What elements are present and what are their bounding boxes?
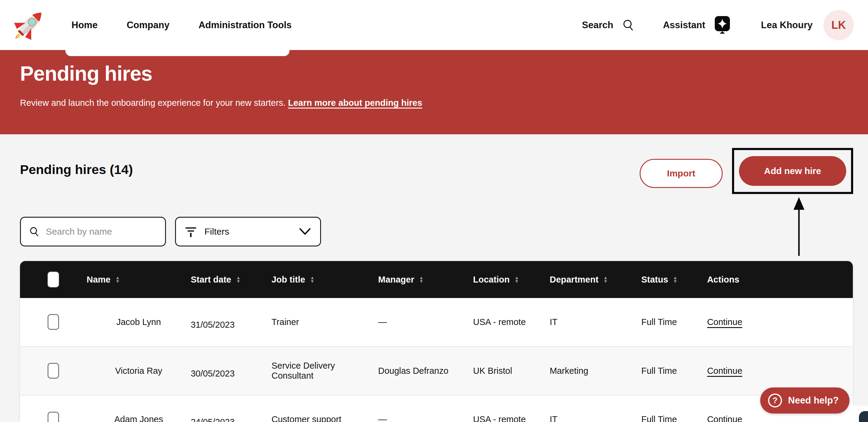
user-name[interactable]: Lea Khoury — [761, 20, 813, 31]
cell-status: Full Time — [641, 346, 707, 395]
sort-icon[interactable]: ▲▼ — [603, 276, 608, 283]
cell-location: USA - remote — [473, 395, 550, 422]
cell-department: IT — [550, 298, 641, 346]
filters-label: Filters — [205, 226, 291, 237]
cell-job-title: Trainer — [271, 298, 378, 346]
cell-job-title: Customer support — [271, 395, 378, 422]
need-help-button[interactable]: ? Need help? — [760, 388, 849, 414]
search-by-name-field — [20, 217, 166, 247]
select-all-checkbox[interactable] — [48, 272, 59, 287]
cell-name: Jacob Lynn — [87, 298, 191, 346]
column-header-department[interactable]: Department ▲▼ — [550, 261, 641, 298]
column-header-status[interactable]: Status ▲▼ — [641, 261, 707, 298]
nav-item-company[interactable]: Company — [127, 20, 169, 31]
cell-status: Full Time — [641, 395, 707, 422]
nav-search-label: Search — [582, 20, 613, 31]
nav-search-button[interactable]: Search — [582, 19, 635, 32]
sort-icon[interactable]: ▲▼ — [310, 276, 315, 283]
table-header-row: Name ▲▼ Start date ▲▼ Job title ▲▼ Manag… — [20, 261, 853, 298]
filter-icon — [185, 226, 196, 238]
nav-right-group: Search Assistant Lea Khoury LK — [582, 10, 854, 40]
nav-item-administration-tools[interactable]: Administration Tools — [198, 20, 292, 31]
page-banner: Pending hires Review and launch the onbo… — [0, 50, 868, 134]
cell-job-title: Service Delivery Consultant — [271, 346, 378, 395]
assistant-sparkle-icon — [714, 16, 731, 35]
column-header-job-title[interactable]: Job title ▲▼ — [271, 261, 378, 298]
import-button[interactable]: Import — [640, 159, 723, 188]
continue-link[interactable]: Continue — [707, 415, 742, 422]
table-row: Victoria Ray 30/05/2023 Service Delivery… — [20, 346, 853, 395]
need-help-label: Need help? — [788, 395, 839, 406]
banner-subtitle: Review and launch the onboarding experie… — [20, 98, 868, 108]
filters-dropdown[interactable]: Filters — [175, 217, 321, 247]
sort-icon[interactable]: ▲▼ — [673, 276, 678, 283]
page-title: Pending hires (14) — [20, 162, 133, 177]
nav-assistant-button[interactable]: Assistant — [663, 16, 731, 35]
nav-item-home[interactable]: Home — [71, 20, 97, 31]
cell-location: USA - remote — [473, 298, 550, 346]
column-header-name[interactable]: Name ▲▼ — [87, 261, 191, 298]
row-checkbox[interactable] — [48, 363, 59, 378]
column-header-location[interactable]: Location ▲▼ — [473, 261, 550, 298]
top-navigation: Home Company Administration Tools Search… — [0, 0, 868, 50]
main-nav: Home Company Administration Tools — [71, 20, 292, 31]
cell-manager: — — [378, 395, 473, 422]
continue-link[interactable]: Continue — [707, 317, 742, 327]
learn-more-link[interactable]: Learn more about pending hires — [288, 98, 422, 108]
cell-start-date: 24/05/2023 — [191, 395, 272, 422]
question-mark-icon: ? — [768, 394, 782, 407]
corner-widget-blob — [859, 411, 868, 422]
user-avatar[interactable]: LK — [824, 10, 854, 40]
avatar-initials: LK — [831, 19, 846, 31]
column-header-manager[interactable]: Manager ▲▼ — [378, 261, 473, 298]
sort-icon[interactable]: ▲▼ — [115, 276, 120, 283]
cell-department: IT — [550, 395, 641, 422]
table-row: Adam Jones 24/05/2023 Customer support —… — [20, 395, 853, 422]
sort-icon[interactable]: ▲▼ — [515, 276, 519, 283]
cell-location: UK Bristol — [473, 346, 550, 395]
cell-manager: — — [378, 298, 473, 346]
cell-start-date: 31/05/2023 — [191, 298, 272, 346]
annotation-highlight-rect: Add new hire — [732, 148, 853, 194]
chevron-down-icon — [299, 228, 311, 235]
annotation-arrow — [787, 196, 811, 257]
cell-name: Victoria Ray — [87, 346, 191, 395]
column-header-start-date[interactable]: Start date ▲▼ — [191, 261, 272, 298]
sort-icon[interactable]: ▲▼ — [419, 276, 424, 283]
rocket-logo[interactable] — [11, 6, 49, 45]
cell-manager: Douglas Defranzo — [378, 346, 473, 395]
banner-subtitle-text: Review and launch the onboarding experie… — [20, 98, 288, 108]
row-checkbox[interactable] — [48, 314, 59, 330]
sort-icon[interactable]: ▲▼ — [236, 276, 241, 283]
search-icon — [622, 19, 635, 32]
cell-name: Adam Jones — [87, 395, 191, 422]
search-icon — [29, 225, 40, 238]
row-checkbox[interactable] — [48, 412, 59, 422]
pending-hires-table: Name ▲▼ Start date ▲▼ Job title ▲▼ Manag… — [20, 261, 853, 422]
active-tab-notch — [65, 50, 289, 56]
cell-department: Marketing — [550, 346, 641, 395]
nav-assistant-label: Assistant — [663, 20, 705, 31]
cell-start-date: 30/05/2023 — [191, 346, 272, 395]
main-content: Pending hires (14) Import Add new hire F… — [0, 134, 868, 422]
continue-link[interactable]: Continue — [707, 366, 742, 375]
cell-status: Full Time — [641, 298, 707, 346]
add-new-hire-button[interactable]: Add new hire — [739, 156, 846, 186]
column-header-actions: Actions — [707, 261, 853, 298]
table-row: Jacob Lynn 31/05/2023 Trainer — USA - re… — [20, 298, 853, 346]
search-input[interactable] — [46, 226, 157, 237]
